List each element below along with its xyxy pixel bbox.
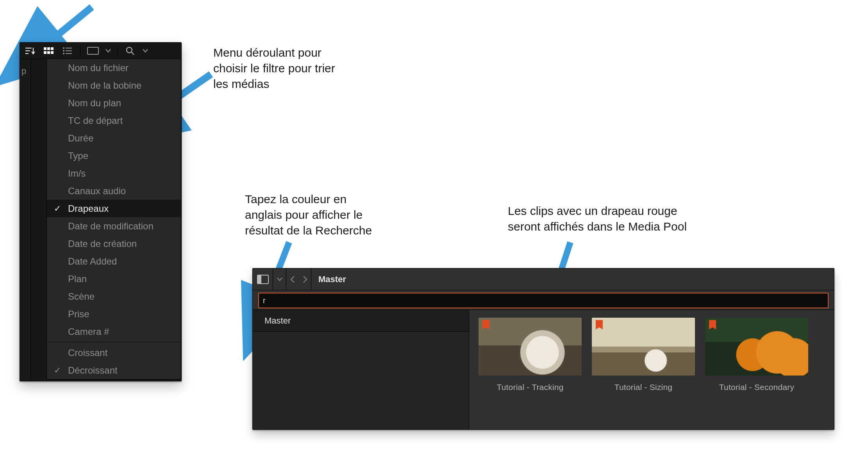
sort-option[interactable]: Type bbox=[47, 147, 181, 165]
sort-option[interactable]: Plan bbox=[47, 270, 181, 288]
svg-rect-9 bbox=[51, 47, 54, 50]
bin-view-chevron-icon[interactable] bbox=[273, 268, 286, 290]
sort-option[interactable]: Scène bbox=[47, 288, 181, 305]
clip-thumbnail[interactable] bbox=[705, 318, 808, 376]
thumbnail-view-button[interactable] bbox=[41, 43, 57, 59]
clip-label: Tutorial - Sizing bbox=[614, 383, 673, 392]
media-pool-topbar: Master bbox=[253, 268, 834, 290]
bin-list: Master bbox=[253, 310, 469, 429]
sort-option[interactable]: Drapeaux bbox=[47, 200, 181, 217]
bin-row-master[interactable]: Master bbox=[253, 310, 469, 332]
clip-view-button[interactable] bbox=[85, 43, 101, 59]
sort-direction-option[interactable]: Croissant bbox=[47, 344, 181, 361]
sort-option[interactable]: Date de création bbox=[47, 235, 181, 252]
clip-item[interactable]: Tutorial - Secondary bbox=[705, 318, 808, 422]
clip-label: Tutorial - Tracking bbox=[497, 383, 563, 392]
search-button[interactable] bbox=[122, 43, 138, 59]
view-toolbar bbox=[20, 43, 181, 59]
nav-forward-button[interactable] bbox=[299, 268, 311, 290]
sort-option[interactable]: Nom du plan bbox=[47, 94, 181, 112]
svg-rect-19 bbox=[88, 47, 98, 54]
svg-point-15 bbox=[63, 53, 64, 54]
clip-grid: Tutorial - TrackingTutorial - SizingTuto… bbox=[469, 310, 834, 429]
svg-rect-8 bbox=[47, 47, 50, 50]
sort-option[interactable]: Nom du fichier bbox=[47, 59, 181, 77]
sort-order-button[interactable] bbox=[22, 43, 38, 59]
svg-rect-11 bbox=[47, 51, 50, 54]
callout-result-hint: Les clips avec un drapeau rouge seront a… bbox=[508, 203, 687, 234]
flag-icon bbox=[596, 320, 603, 329]
nav-back-button[interactable] bbox=[286, 268, 299, 290]
svg-line-21 bbox=[131, 52, 134, 55]
sort-option[interactable]: Date de modification bbox=[47, 217, 181, 235]
svg-line-0 bbox=[49, 7, 92, 42]
sort-option[interactable]: Im/s bbox=[47, 165, 181, 182]
clip-thumbnail[interactable] bbox=[592, 318, 695, 376]
breadcrumb: Master bbox=[311, 274, 346, 284]
callout-sort-menu: Menu déroulant pour choisir le filtre po… bbox=[213, 45, 335, 92]
clip-item[interactable]: Tutorial - Sizing bbox=[592, 318, 695, 422]
list-view-button[interactable] bbox=[60, 43, 75, 59]
bin-sidebar-toggle[interactable] bbox=[253, 268, 273, 290]
sort-option[interactable]: Date Added bbox=[47, 252, 181, 270]
sort-direction-option[interactable]: Décroissant bbox=[47, 361, 181, 379]
media-pool-panel: Master Master Tutorial - TrackingTutoria… bbox=[252, 268, 834, 430]
sort-option[interactable]: Prise bbox=[47, 305, 181, 323]
sidebar-stub: p bbox=[20, 59, 31, 381]
clip-item[interactable]: Tutorial - Tracking bbox=[479, 318, 582, 422]
svg-point-14 bbox=[63, 50, 64, 52]
svg-rect-12 bbox=[51, 51, 54, 54]
sort-option[interactable]: Nom de la bobine bbox=[47, 77, 181, 94]
svg-point-13 bbox=[63, 47, 64, 49]
svg-point-20 bbox=[127, 47, 132, 53]
menu-separator bbox=[47, 342, 181, 342]
flag-icon bbox=[709, 320, 716, 329]
sort-option[interactable]: Camera # bbox=[47, 323, 181, 340]
search-chevron-icon[interactable] bbox=[141, 43, 150, 59]
clip-thumbnail[interactable] bbox=[479, 318, 582, 376]
sort-option[interactable]: Durée bbox=[47, 129, 181, 147]
sort-option[interactable]: Canaux audio bbox=[47, 182, 181, 200]
svg-rect-23 bbox=[257, 275, 261, 284]
svg-rect-10 bbox=[44, 51, 46, 54]
clip-view-chevron-icon[interactable] bbox=[104, 43, 113, 59]
clip-label: Tutorial - Secondary bbox=[719, 383, 794, 392]
search-row bbox=[253, 290, 834, 310]
callout-search-hint: Tapez la couleur en anglais pour affiche… bbox=[245, 191, 372, 239]
sort-panel: p Nom du fichierNom de la bobineNom du p… bbox=[20, 42, 182, 381]
sort-menu: Nom du fichierNom de la bobineNom du pla… bbox=[46, 59, 181, 379]
search-input[interactable] bbox=[258, 293, 829, 308]
sort-option[interactable]: TC de départ bbox=[47, 112, 181, 129]
flag-icon bbox=[482, 320, 489, 329]
svg-rect-7 bbox=[44, 47, 46, 50]
